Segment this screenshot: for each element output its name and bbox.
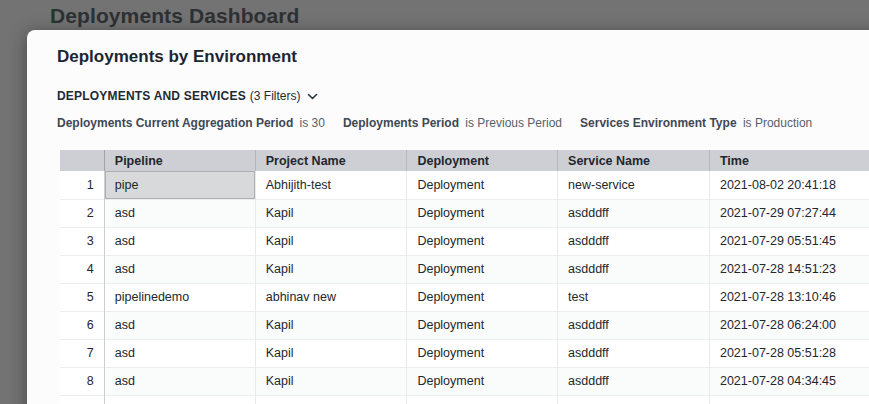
cell-deployment[interactable]: Deployment [407,227,558,255]
page-title: Deployments Dashboard [50,4,300,28]
cell-pipeline[interactable]: asd [104,199,255,227]
cell-project-name[interactable]: Kapil [255,227,407,255]
filter-label: Services Environment Type [580,116,737,130]
modal-title: Deployments by Environment [57,47,297,67]
cell-deployment[interactable]: Deployment [407,367,558,395]
cell-pipeline[interactable]: asd [104,227,255,255]
cell-time[interactable]: 2021-07-28 05:51:28 [709,339,869,367]
filter-count: (3 Filters) [250,89,301,103]
filter-deployments-period: Deployments Period is Previous Period [343,116,562,130]
row-number: 2 [60,199,104,227]
cell-pipeline[interactable]: asd [104,367,255,395]
row-number: 8 [60,367,104,395]
table-row: 4 asd Kapil Deployment asdddff 2021-07-2… [60,255,869,283]
cell-service-name[interactable]: asdddff [558,311,710,339]
cell-time[interactable]: 2021-07-29 07:27:44 [709,199,869,227]
column-header-deployment[interactable]: Deployment [407,150,558,171]
filter-value: is 30 [300,116,325,130]
filter-group-label: DEPLOYMENTS AND SERVICES [57,89,246,103]
column-header-project-name[interactable]: Project Name [255,150,407,171]
table-row: 1 pipe Abhijith-test Deployment new-serv… [60,171,869,199]
cell-time[interactable]: 2021-07-28 03:10:08 [709,395,869,404]
cell-time[interactable]: 2021-08-02 20:41:18 [709,171,869,199]
cell-deployment[interactable]: Deployment [407,171,558,199]
row-number: 3 [60,227,104,255]
column-header-service-name[interactable]: Service Name [558,150,710,171]
deployments-by-environment-modal: Deployments by Environment DEPLOYMENTS A… [27,30,869,404]
filter-environment-type: Services Environment Type is Production [580,116,812,130]
cell-project-name[interactable]: Kapil [255,339,407,367]
column-header-pipeline[interactable]: Pipeline [104,150,255,171]
cell-time[interactable]: 2021-07-28 04:34:45 [709,367,869,395]
cell-pipeline[interactable]: asd [104,395,255,404]
table-row: 2 asd Kapil Deployment asdddff 2021-07-2… [60,199,869,227]
cell-deployment[interactable]: Deployment [407,311,558,339]
filter-group-toggle[interactable]: DEPLOYMENTS AND SERVICES (3 Filters) [57,89,318,103]
row-number: 5 [60,283,104,311]
cell-project-name[interactable]: Kapil [255,395,407,404]
cell-pipeline-selected[interactable]: pipe [104,171,255,199]
table-row: 7 asd Kapil Deployment asdddff 2021-07-2… [60,339,869,367]
table-row: 5 pipelinedemo abhinav new Deployment te… [60,283,869,311]
cell-deployment[interactable]: Deployment [407,199,558,227]
cell-project-name[interactable]: Kapil [255,367,407,395]
cell-project-name[interactable]: Kapil [255,255,407,283]
row-number: 1 [60,171,104,199]
row-number: 9 [60,395,104,404]
table-row: 9 asd Kapil Deployment asdddff 2021-07-2… [60,395,869,404]
cell-project-name[interactable]: Kapil [255,311,407,339]
table-row: 3 asd Kapil Deployment asdddff 2021-07-2… [60,227,869,255]
cell-time[interactable]: 2021-07-28 06:24:00 [709,311,869,339]
row-number: 6 [60,311,104,339]
column-header-time[interactable]: Time [709,150,869,171]
deployments-table: Pipeline Project Name Deployment Service… [60,150,869,404]
active-filters: Deployments Current Aggregation Period i… [57,116,812,130]
cell-deployment[interactable]: Deployment [407,283,558,311]
cell-service-name[interactable]: asdddff [558,199,710,227]
cell-pipeline[interactable]: asd [104,255,255,283]
chevron-down-icon [307,93,318,100]
cell-project-name[interactable]: Abhijith-test [255,171,407,199]
cell-deployment[interactable]: Deployment [407,255,558,283]
cell-project-name[interactable]: Kapil [255,199,407,227]
cell-project-name[interactable]: abhinav new [255,283,407,311]
filter-value: is Production [743,116,812,130]
cell-service-name[interactable]: test [558,283,710,311]
cell-service-name[interactable]: asdddff [558,255,710,283]
filter-label: Deployments Current Aggregation Period [57,116,293,130]
cell-service-name[interactable]: new-service [558,171,710,199]
cell-time[interactable]: 2021-07-29 05:51:45 [709,227,869,255]
cell-deployment[interactable]: Deployment [407,339,558,367]
filter-label: Deployments Period [343,116,459,130]
cell-time[interactable]: 2021-07-28 13:10:46 [709,283,869,311]
row-number: 4 [60,255,104,283]
cell-service-name[interactable]: asdddff [558,227,710,255]
cell-pipeline[interactable]: asd [104,311,255,339]
cell-service-name[interactable]: asdddff [558,395,710,404]
table-row: 8 asd Kapil Deployment asdddff 2021-07-2… [60,367,869,395]
cell-time[interactable]: 2021-07-28 14:51:23 [709,255,869,283]
table-row: 6 asd Kapil Deployment asdddff 2021-07-2… [60,311,869,339]
row-number: 7 [60,339,104,367]
cell-pipeline[interactable]: asd [104,339,255,367]
cell-pipeline[interactable]: pipelinedemo [104,283,255,311]
table-header-row: Pipeline Project Name Deployment Service… [60,150,869,171]
cell-service-name[interactable]: asdddff [558,339,710,367]
filter-value: is Previous Period [465,116,562,130]
filter-aggregation-period: Deployments Current Aggregation Period i… [57,116,325,130]
cell-service-name[interactable]: asdddff [558,367,710,395]
row-number-header [60,150,104,171]
cell-deployment[interactable]: Deployment [407,395,558,404]
